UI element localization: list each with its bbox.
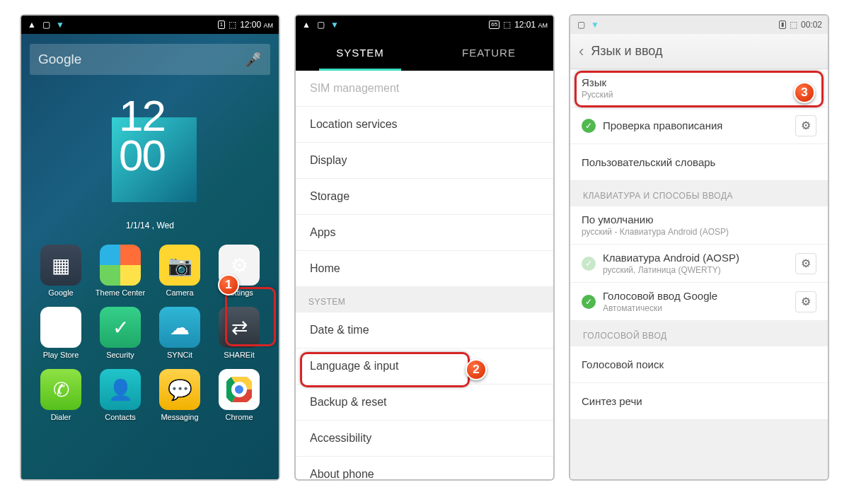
app-theme-center[interactable]: Theme Center [91, 245, 150, 297]
step-badge-3: 3 [794, 82, 815, 103]
phone-home-screen: ▲ ▢ ▼ 1 ⬚ 12:00 AM Google 🎤 1200 1/1/14 … [20, 14, 280, 481]
item-accessibility[interactable]: Accessibility [296, 421, 553, 457]
step-badge-1: 1 [218, 274, 239, 295]
section-voice-header: ГОЛОСОВОЙ ВВОД [570, 321, 828, 346]
app-contacts[interactable]: 👤Contacts [91, 369, 150, 421]
gear-icon[interactable]: ⚙ [795, 253, 816, 274]
status-time: 12:01 AM [514, 20, 548, 30]
step-badge-2: 2 [466, 359, 487, 380]
phone-settings-screen: ▲ ▢ ▼ 65 ⬚ 12:01 AM SYSTEM FEATURE SIM m… [294, 14, 555, 481]
gear-icon[interactable]: ⚙ [795, 291, 816, 312]
status-time: 12:00 AM [240, 20, 273, 30]
item-sim-management: SIM management [296, 71, 553, 107]
app-grid: ▦Google Theme Center 📷Camera ⚙Settings ▶… [21, 245, 279, 428]
item-home[interactable]: Home [296, 251, 553, 287]
item-default-keyboard[interactable]: По умолчанию русский - Клавиатура Androi… [570, 206, 828, 245]
battery-charging-icon: ⬚ [229, 20, 236, 30]
item-display[interactable]: Display [296, 143, 553, 179]
app-chrome[interactable]: Chrome [209, 369, 269, 421]
item-language[interactable]: Язык Русский [570, 69, 828, 107]
tab-system[interactable]: SYSTEM [296, 34, 424, 71]
app-messaging[interactable]: 💬Messaging [150, 369, 209, 421]
app-google-folder[interactable]: ▦Google [31, 245, 91, 297]
app-play-store[interactable]: ▶Play Store [31, 307, 91, 359]
status-bar: ▢ ▼ ▮ ⬚ 00:02 [570, 16, 828, 34]
battery-charging-icon: ⬚ [503, 20, 511, 30]
shield-icon: ▼ [330, 20, 340, 30]
section-system-header: SYSTEM [296, 287, 553, 312]
warning-icon: ▲ [301, 20, 311, 30]
mic-icon[interactable]: 🎤 [245, 52, 262, 68]
image-icon: ▢ [576, 20, 586, 30]
item-spellcheck[interactable]: ✓ Проверка правописания ⚙ [570, 107, 828, 144]
image-icon: ▢ [316, 20, 325, 30]
item-about-phone[interactable]: About phone [296, 457, 553, 479]
clock-widget[interactable]: 1200 1/1/14 , Wed [93, 92, 207, 212]
check-icon[interactable]: ✓ [582, 295, 596, 309]
item-aosp-keyboard[interactable]: ✓ Клавиатура Android (AOSP) русский, Лат… [570, 245, 828, 283]
tab-feature[interactable]: FEATURE [424, 34, 553, 71]
item-google-voice-input[interactable]: ✓ Голосовой ввод Google Автоматически ⚙ [570, 283, 828, 321]
status-bar: ▲ ▢ ▼ 1 ⬚ 12:00 AM [21, 16, 279, 34]
google-search-bar[interactable]: Google 🎤 [30, 44, 270, 75]
item-voice-search[interactable]: Голосовой поиск [570, 346, 828, 383]
app-dialer[interactable]: ✆Dialer [31, 369, 91, 421]
app-security[interactable]: ✓Security [91, 307, 150, 359]
shield-icon: ▼ [55, 20, 65, 30]
header-title: Язык и ввод [591, 44, 662, 59]
item-user-dictionary[interactable]: Пользовательский словарь [570, 144, 828, 181]
item-date-time[interactable]: Date & time [296, 312, 553, 348]
item-backup-reset[interactable]: Backup & reset [296, 385, 553, 421]
item-location-services[interactable]: Location services [296, 107, 553, 143]
battery-icon: 1 [218, 20, 225, 29]
check-icon[interactable]: ✓ [582, 119, 596, 133]
app-camera[interactable]: 📷Camera [150, 245, 209, 297]
settings-tabs: SYSTEM FEATURE [296, 34, 553, 71]
gear-icon[interactable]: ⚙ [795, 115, 816, 136]
item-storage[interactable]: Storage [296, 179, 553, 215]
screen-header: ‹ Язык и ввод [570, 34, 828, 69]
item-tts[interactable]: Синтез речи [570, 383, 828, 420]
image-icon: ▢ [41, 20, 51, 30]
status-bar: ▲ ▢ ▼ 65 ⬚ 12:01 AM [296, 16, 553, 34]
app-shareit[interactable]: ⇄SHAREit [209, 307, 269, 359]
item-apps[interactable]: Apps [296, 215, 553, 251]
battery-charging-icon: ⬚ [790, 20, 797, 30]
settings-list[interactable]: SIM management Location services Display… [296, 71, 553, 479]
shield-icon: ▼ [590, 20, 600, 30]
app-syncit[interactable]: ☁SYNCit [150, 307, 209, 359]
battery-icon: 65 [489, 20, 499, 29]
item-language-input[interactable]: Language & input [296, 348, 553, 385]
clock-date: 1/1/14 , Wed [93, 221, 207, 230]
language-settings-list[interactable]: Язык Русский ✓ Проверка правописания ⚙ П… [570, 69, 828, 479]
status-time: 00:02 [801, 20, 822, 30]
phone-language-screen: ▢ ▼ ▮ ⬚ 00:02 ‹ Язык и ввод Язык Русский… [569, 14, 829, 481]
back-icon[interactable]: ‹ [579, 42, 584, 61]
section-keyboard-header: КЛАВИАТУРА И СПОСОБЫ ВВОДА [570, 181, 828, 206]
battery-icon: ▮ [779, 20, 786, 29]
check-icon: ✓ [582, 257, 596, 271]
search-placeholder: Google [38, 52, 81, 67]
warning-icon: ▲ [27, 20, 37, 30]
